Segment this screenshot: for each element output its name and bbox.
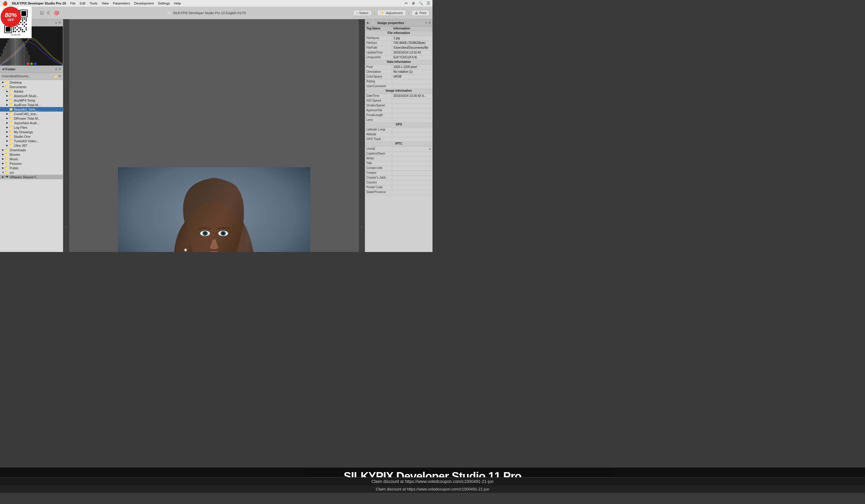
- tree-item-desktop[interactable]: ▶ 📁 Desktop: [0, 80, 63, 84]
- svg-rect-94: [6, 27, 11, 32]
- properties-table: Tag Name Information File information Fi…: [365, 26, 432, 252]
- type-btn[interactable]: Ꞇ: [47, 9, 51, 16]
- menu-view[interactable]: View: [102, 1, 109, 5]
- svg-rect-6: [8, 40, 9, 66]
- prop-lens: Lens: [365, 118, 432, 123]
- tree-item-beautiful-girls[interactable]: 📁 Beautiful_Girls_...: [0, 107, 63, 112]
- menu-icon[interactable]: ☰: [427, 1, 430, 5]
- apple-menu[interactable]: 🍎: [2, 1, 8, 6]
- svg-rect-144: [22, 31, 23, 32]
- tree-item-public[interactable]: ▶ 📁 Public: [0, 166, 63, 170]
- image-viewer[interactable]: ‹: [63, 19, 365, 252]
- props-menu-icon[interactable]: ≡: [425, 21, 427, 24]
- tree-item-music[interactable]: ▶ 📁 Music: [0, 157, 63, 161]
- svg-rect-7: [9, 38, 10, 66]
- tree-item-corelcad[interactable]: ▶ 📁 CorelCAD_test...: [0, 112, 63, 116]
- target-btn[interactable]: 🎯: [53, 10, 60, 16]
- prev-image-btn[interactable]: ‹: [63, 19, 69, 252]
- section-image-info: Image information: [365, 89, 432, 94]
- prop-apertureval: ApertureVal: [365, 108, 432, 113]
- tree-item-log-files[interactable]: ▶ 📁 Log Files: [0, 125, 63, 130]
- tree-item-vmshared[interactable]: ▶ 💻 VMware Shared F...: [0, 175, 63, 179]
- menu-development[interactable]: Development: [134, 1, 154, 5]
- menu-settings[interactable]: Settings: [158, 1, 170, 5]
- tree-item-documents[interactable]: ▼ 📁 Documents: [0, 84, 63, 89]
- prop-usercomment: UserComment: [365, 84, 432, 89]
- checkbox-btn[interactable]: ☑: [39, 10, 45, 16]
- tree-item-studio-one[interactable]: ▶ 📁 Studio One: [0, 134, 63, 139]
- menu-help[interactable]: Help: [174, 1, 181, 5]
- search-icon[interactable]: 🔍: [419, 1, 423, 5]
- tree-item-anymp4[interactable]: ▶ 📁 AnyMP4 Temp: [0, 98, 63, 103]
- folder-header: ◀ Folder ≡ ✕: [0, 66, 63, 73]
- image-properties-header: ▶ 🗒 Image properties ≡ ✕: [365, 19, 432, 26]
- svg-rect-132: [13, 27, 14, 28]
- sale-off-label: OFF: [8, 18, 14, 22]
- svg-point-30: [222, 232, 225, 235]
- prop-lat-long: Latitude Longi: [365, 128, 432, 132]
- svg-rect-136: [25, 27, 27, 28]
- props-close-icon[interactable]: ✕: [428, 21, 431, 24]
- svg-rect-140: [24, 31, 25, 32]
- tree-item-tuneskit[interactable]: ▶ 📁 TunesKit Video...: [0, 139, 63, 143]
- tree-item-aiseesoft[interactable]: ▶ 📁 Aiseesoft Studi...: [0, 94, 63, 98]
- prop-filepath: FilePath /Users/test/Documents/Be: [365, 46, 432, 50]
- svg-rect-5: [6, 43, 7, 66]
- tree-item-my-drawings[interactable]: ▶ 📁 My Drawings: [0, 130, 63, 134]
- svg-rect-134: [18, 27, 20, 28]
- prop-rating: Rating: [365, 79, 432, 84]
- print-button[interactable]: 🖨 Print: [412, 10, 429, 16]
- folder-menu-icon[interactable]: ≡: [55, 67, 57, 71]
- tree-item-audfree[interactable]: ▶ 📁 AudFree Tidal M...: [0, 103, 63, 107]
- tree-item-pictures[interactable]: ▶ 📁 Pictures: [0, 161, 63, 166]
- tree-item-drmare[interactable]: ▶ 📁 DRmare Tidal M...: [0, 116, 63, 120]
- prop-postal-code: Postal Code: [365, 185, 432, 190]
- prop-creator-jobti: Creator's Jobti: [365, 176, 432, 180]
- svg-rect-142: [15, 31, 16, 32]
- histogram-close-icon[interactable]: ✕: [58, 21, 61, 25]
- collapse-folder-btn[interactable]: ◀: [2, 67, 4, 71]
- prop-altitude: Altitude: [365, 132, 432, 137]
- histogram-menu-icon[interactable]: ≡: [55, 21, 57, 25]
- svg-rect-126: [22, 24, 23, 25]
- svg-rect-14: [20, 37, 21, 66]
- tree-item-ultra[interactable]: ▶ 📁 Ultra 387: [0, 143, 63, 148]
- menu-parameters[interactable]: Parameters: [113, 1, 130, 5]
- svg-rect-13: [18, 35, 19, 66]
- select-button[interactable]: ↕ Select: [353, 10, 372, 16]
- svg-rect-125: [18, 24, 20, 25]
- svg-rect-114: [25, 18, 27, 20]
- section-gps: GPS: [365, 123, 432, 128]
- menu-file[interactable]: File: [70, 1, 76, 5]
- section-data-info: Data information: [365, 60, 432, 65]
- next-image-btn[interactable]: ›: [359, 19, 365, 252]
- tree-item-adobe[interactable]: ▶ 📁 Adobe: [0, 89, 63, 94]
- folder-close-icon[interactable]: ✕: [58, 67, 61, 71]
- folder-browse-icon[interactable]: 📁: [54, 74, 57, 78]
- folder-refresh-icon[interactable]: ↻: [59, 74, 61, 78]
- svg-rect-16: [23, 42, 24, 66]
- menu-edit[interactable]: Edit: [80, 1, 85, 5]
- svg-rect-1: [0, 57, 1, 66]
- svg-rect-4: [4, 46, 6, 66]
- tree-item-movies[interactable]: ▶ 📁 Movies: [0, 152, 63, 157]
- tree-item-vm[interactable]: ▼ 📁 vm: [0, 170, 63, 175]
- adjustment-button[interactable]: ⚡ Adjustment: [377, 10, 406, 16]
- main-image: [118, 167, 310, 252]
- svg-rect-10: [13, 34, 15, 66]
- select-icon: ↕: [356, 11, 358, 15]
- blue-channel-dot: [34, 62, 36, 65]
- svg-point-29: [204, 232, 207, 235]
- svg-rect-143: [18, 31, 20, 32]
- toolbar: ⊞ ▣ ⬜ ⛶ ☑ Ꞇ 🎯 🖼 SILKYPIX Developer Studi…: [0, 7, 432, 19]
- tree-item-joyoshare[interactable]: ▶ 📁 Joyoshare Audi...: [0, 120, 63, 125]
- svg-rect-17: [24, 45, 25, 66]
- svg-rect-118: [25, 20, 27, 21]
- menu-tools[interactable]: Tools: [90, 1, 97, 5]
- prop-creator: Creator: [365, 171, 432, 176]
- tree-item-downloads[interactable]: ▶ 📁 Downloads: [0, 148, 63, 152]
- expand-icon[interactable]: ▶: [367, 21, 369, 24]
- prop-filesize: FileSize 745.96KB (763862Byte): [365, 41, 432, 46]
- pen-icon: ✏: [405, 1, 408, 5]
- svg-rect-3: [3, 49, 4, 66]
